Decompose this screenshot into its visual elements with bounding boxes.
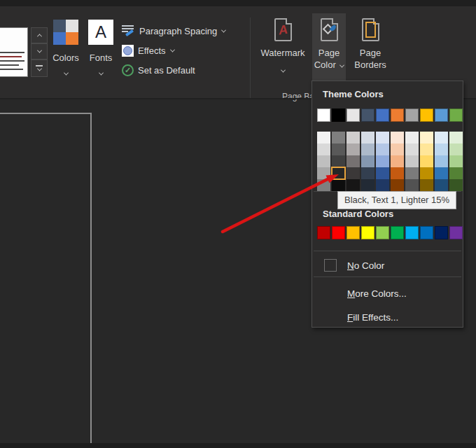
color-swatch[interactable]: [346, 108, 360, 122]
fonts-button-label: Fonts: [90, 52, 113, 64]
color-variant-swatch[interactable]: [405, 132, 419, 144]
color-variant-swatch[interactable]: [405, 144, 419, 155]
color-variant-swatch[interactable]: [391, 155, 404, 167]
color-variant-swatch[interactable]: [420, 155, 433, 167]
paragraph-spacing-button[interactable]: Paragraph Spacing: [122, 25, 225, 36]
color-variant-swatch[interactable]: [332, 144, 345, 155]
color-variant-swatch[interactable]: [391, 179, 404, 191]
color-swatch[interactable]: [376, 226, 389, 239]
fonts-button[interactable]: A Fonts: [85, 20, 117, 71]
color-swatch[interactable]: [405, 108, 419, 122]
style-set-thumbnail[interactable]: [0, 27, 28, 77]
color-swatch[interactable]: [346, 226, 360, 239]
more-colors-item[interactable]: More Colors...: [312, 283, 463, 304]
gallery-scroll-up-button[interactable]: [31, 27, 48, 43]
color-variant-swatch[interactable]: [361, 132, 374, 144]
color-variant-swatch[interactable]: [346, 167, 360, 179]
color-variant-swatch[interactable]: [420, 144, 433, 155]
color-variant-swatch[interactable]: [435, 132, 448, 144]
color-swatch[interactable]: [435, 226, 448, 239]
color-swatch[interactable]: [317, 226, 330, 239]
bottom-strip: [0, 443, 476, 448]
color-variant-swatch[interactable]: [420, 167, 433, 179]
color-variant-swatch[interactable]: [361, 179, 374, 191]
color-swatch[interactable]: [361, 108, 374, 122]
color-variant-swatch[interactable]: [435, 179, 448, 191]
color-swatch[interactable]: [420, 226, 433, 239]
color-variant-swatch[interactable]: [405, 179, 419, 191]
color-swatch[interactable]: [449, 226, 463, 239]
color-swatch[interactable]: [391, 226, 404, 239]
watermark-label: Watermark: [260, 47, 304, 59]
color-variant-swatch[interactable]: [449, 167, 463, 179]
chevron-down-icon: [169, 48, 174, 52]
color-variant-swatch[interactable]: [449, 144, 463, 155]
color-variant-swatch[interactable]: [420, 132, 433, 144]
standard-colors-header: Standard Colors: [323, 209, 393, 219]
color-variant-swatch[interactable]: [449, 155, 463, 167]
color-swatch[interactable]: [332, 226, 345, 239]
color-variant-swatch[interactable]: [376, 132, 389, 144]
chevron-down-icon: [63, 71, 68, 76]
color-swatch[interactable]: [435, 108, 448, 122]
set-as-default-label: Set as Default: [138, 65, 195, 76]
color-swatch[interactable]: [449, 108, 463, 122]
colors-button[interactable]: Colors: [49, 20, 83, 71]
color-variant-swatch[interactable]: [391, 132, 404, 144]
color-variant-swatch[interactable]: [361, 144, 374, 155]
color-swatch[interactable]: [317, 108, 330, 122]
page-borders-button[interactable]: Page Borders: [348, 18, 393, 71]
chevron-down-icon: [36, 48, 41, 53]
color-swatch[interactable]: [420, 108, 433, 122]
set-as-default-button[interactable]: ✓ Set as Default: [122, 64, 195, 76]
color-variant-swatch[interactable]: [346, 179, 360, 191]
no-color-item[interactable]: No Color: [312, 255, 463, 276]
color-swatch[interactable]: [332, 108, 345, 122]
gallery-more-button[interactable]: [31, 59, 48, 77]
theme-variants-grid: [317, 132, 463, 191]
color-variant-swatch[interactable]: [317, 132, 330, 144]
color-variant-swatch[interactable]: [317, 155, 330, 167]
color-variant-swatch[interactable]: [449, 132, 463, 144]
color-variant-swatch[interactable]: [449, 179, 463, 191]
fill-effects-item[interactable]: Fill Effects...: [312, 307, 463, 328]
color-variant-swatch[interactable]: [435, 155, 448, 167]
ribbon-group-separator: [250, 18, 251, 99]
color-variant-swatch[interactable]: [317, 167, 330, 179]
effects-button[interactable]: Effects: [122, 45, 174, 57]
color-swatch[interactable]: [361, 226, 374, 239]
color-swatch[interactable]: [376, 108, 389, 122]
document-page-right-edge: [90, 113, 92, 444]
color-variant-swatch[interactable]: [317, 144, 330, 155]
color-variant-swatch[interactable]: [332, 179, 345, 191]
color-variant-swatch[interactable]: [361, 155, 374, 167]
color-variant-swatch[interactable]: [317, 179, 330, 191]
color-variant-swatch[interactable]: [376, 167, 389, 179]
color-variant-swatch[interactable]: [391, 144, 404, 155]
color-variant-swatch[interactable]: [346, 144, 360, 155]
color-variant-swatch[interactable]: [405, 155, 419, 167]
color-variant-swatch[interactable]: [361, 167, 374, 179]
selected-color-swatch[interactable]: [332, 167, 345, 179]
paragraph-spacing-icon: [122, 25, 135, 36]
color-variant-swatch[interactable]: [376, 155, 389, 167]
color-swatch[interactable]: [405, 226, 419, 239]
page-color-button[interactable]: Page Color: [312, 13, 346, 88]
gallery-scroll-down-button[interactable]: [31, 43, 48, 59]
color-variant-swatch[interactable]: [332, 155, 345, 167]
watermark-button[interactable]: A Watermark: [256, 18, 309, 69]
color-variant-swatch[interactable]: [435, 167, 448, 179]
page-borders-label-2: Borders: [354, 59, 386, 71]
color-variant-swatch[interactable]: [391, 167, 404, 179]
color-variant-swatch[interactable]: [346, 132, 360, 144]
color-variant-swatch[interactable]: [332, 132, 345, 144]
chevron-down-icon: [98, 71, 103, 76]
color-variant-swatch[interactable]: [376, 144, 389, 155]
watermark-icon: A: [274, 18, 292, 41]
color-swatch[interactable]: [391, 108, 404, 122]
color-variant-swatch[interactable]: [405, 167, 419, 179]
color-variant-swatch[interactable]: [435, 144, 448, 155]
color-variant-swatch[interactable]: [420, 179, 433, 191]
color-variant-swatch[interactable]: [346, 155, 360, 167]
color-variant-swatch[interactable]: [376, 179, 389, 191]
